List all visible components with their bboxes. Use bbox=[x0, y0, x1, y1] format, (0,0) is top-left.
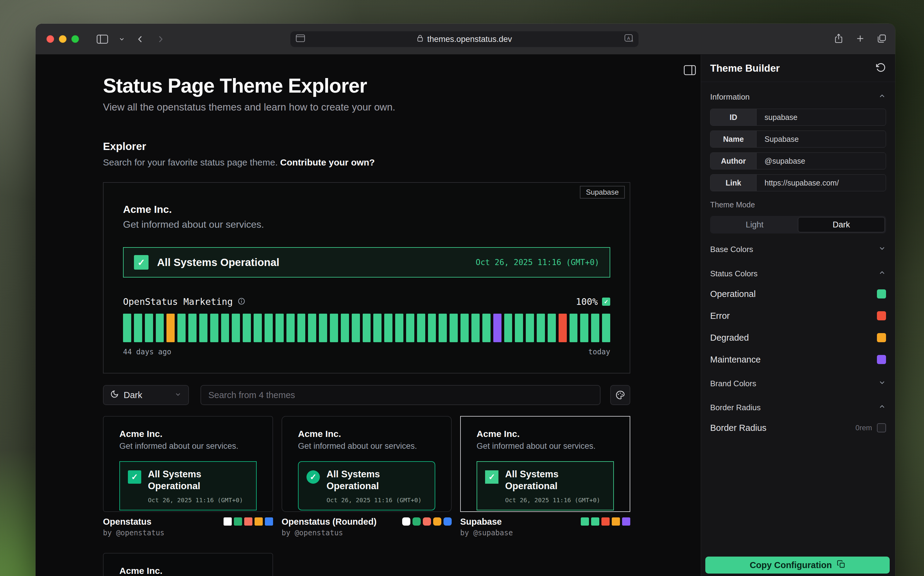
tracker-bar-operational[interactable] bbox=[526, 314, 534, 342]
field-value[interactable]: @supabase bbox=[757, 153, 805, 169]
tracker-bar-operational[interactable] bbox=[123, 314, 131, 342]
tracker-bar-operational[interactable] bbox=[232, 314, 240, 342]
tracker-bar-operational[interactable] bbox=[254, 314, 262, 342]
tracker-bar-operational[interactable] bbox=[319, 314, 327, 342]
tracker-bar-operational[interactable] bbox=[275, 314, 284, 342]
tracker-bar-operational[interactable] bbox=[461, 314, 469, 342]
tracker-bar-operational[interactable] bbox=[156, 314, 164, 342]
tracker-bar-operational[interactable] bbox=[199, 314, 207, 342]
back-icon[interactable] bbox=[136, 34, 145, 44]
chevron-down-icon[interactable] bbox=[119, 36, 125, 43]
tracker-bar-operational[interactable] bbox=[591, 314, 599, 342]
tracker-bar-operational[interactable] bbox=[352, 314, 360, 342]
tracker-bar-operational[interactable] bbox=[373, 314, 381, 342]
color-picker-swatch[interactable] bbox=[877, 355, 886, 364]
tracker-bar-degraded[interactable] bbox=[167, 314, 175, 342]
theme-author: by @openstatus bbox=[282, 529, 376, 537]
tracker-bar-operational[interactable] bbox=[471, 314, 480, 342]
field-label: Name bbox=[711, 131, 757, 147]
tracker-bar-operational[interactable] bbox=[504, 314, 512, 342]
tracker-bar-operational[interactable] bbox=[210, 314, 218, 342]
reset-icon[interactable] bbox=[876, 62, 886, 74]
card-subtitle: Get informed about our services. bbox=[119, 442, 257, 451]
share-icon[interactable] bbox=[834, 34, 844, 45]
copy-configuration-button[interactable]: Copy Configuration bbox=[705, 557, 890, 574]
status-banner: ✓ All Systems Operational Oct 26, 2025 1… bbox=[123, 247, 610, 278]
tracker-bar-operational[interactable] bbox=[264, 314, 273, 342]
chevron-up-icon bbox=[878, 92, 886, 102]
tracker-bar-operational[interactable] bbox=[341, 314, 349, 342]
tracker-bar-operational[interactable] bbox=[363, 314, 371, 342]
theme-card-supabase[interactable]: Acme Inc. Get informed about our service… bbox=[460, 416, 630, 512]
tracker-bar-operational[interactable] bbox=[428, 314, 436, 342]
section-border-radius[interactable]: Border Radius bbox=[710, 398, 886, 417]
color-picker-swatch[interactable] bbox=[877, 290, 886, 298]
tracker-bar-operational[interactable] bbox=[188, 314, 197, 342]
minimize-button[interactable] bbox=[59, 35, 67, 43]
tracker-bar-operational[interactable] bbox=[602, 314, 610, 342]
section-base-colors[interactable]: Base Colors bbox=[710, 240, 886, 259]
tracker-bar-operational[interactable] bbox=[417, 314, 425, 342]
color-picker-swatch[interactable] bbox=[877, 333, 886, 342]
theme-item-supabase: Acme Inc. Get informed about our service… bbox=[460, 416, 630, 537]
theme-mode-dark[interactable]: Dark bbox=[798, 217, 885, 232]
tracker-bar-operational[interactable] bbox=[330, 314, 338, 342]
new-tab-icon[interactable] bbox=[856, 34, 865, 44]
tracker-bar-operational[interactable] bbox=[308, 314, 316, 342]
sidebar-toggle-icon[interactable] bbox=[97, 35, 108, 44]
theme-card-openstatus[interactable]: Acme Inc. Get informed about our service… bbox=[103, 416, 273, 512]
tracker-bar-operational[interactable] bbox=[297, 314, 306, 342]
tracker-bar-operational[interactable] bbox=[178, 314, 186, 342]
tab-overview-icon[interactable] bbox=[877, 34, 887, 45]
tracker-bar-operational[interactable] bbox=[287, 314, 295, 342]
theme-mode-dropdown[interactable]: Dark bbox=[103, 385, 189, 405]
url-text[interactable]: themes.openstatus.dev bbox=[427, 35, 512, 44]
tracker-bar-operational[interactable] bbox=[580, 314, 588, 342]
tracker-bar-operational[interactable] bbox=[395, 314, 404, 342]
address-bar[interactable]: themes.openstatus.dev Ax bbox=[290, 31, 639, 47]
page-settings-icon[interactable] bbox=[296, 34, 305, 44]
section-status-colors[interactable]: Status Colors bbox=[710, 264, 886, 283]
color-swatch bbox=[255, 517, 263, 526]
tracker-bar-operational[interactable] bbox=[243, 314, 251, 342]
color-picker-swatch[interactable] bbox=[877, 311, 886, 320]
status-label: All Systems Operational bbox=[157, 256, 279, 269]
panel-right-toggle-icon[interactable] bbox=[684, 65, 696, 77]
translate-icon[interactable]: Ax bbox=[625, 34, 635, 45]
border-radius-swatch[interactable] bbox=[877, 423, 886, 432]
theme-mode-light[interactable]: Light bbox=[711, 217, 798, 232]
zoom-button[interactable] bbox=[71, 35, 79, 43]
tracker-bar-operational[interactable] bbox=[570, 314, 578, 342]
section-brand-colors[interactable]: Brand Colors bbox=[710, 374, 886, 393]
tracker-bar-operational[interactable] bbox=[548, 314, 556, 342]
field-value[interactable]: Supabase bbox=[757, 131, 799, 147]
svg-text:x: x bbox=[631, 39, 633, 43]
search-input[interactable] bbox=[208, 390, 593, 400]
border-radius-value: 0rem bbox=[855, 424, 872, 432]
tracker-bar-operational[interactable] bbox=[439, 314, 447, 342]
tracker-bar-error[interactable] bbox=[559, 314, 567, 342]
tracker-bar-operational[interactable] bbox=[221, 314, 229, 342]
tracker-bar-operational[interactable] bbox=[537, 314, 545, 342]
theme-card-openstatus-rounded[interactable]: Acme Inc. Get informed about our service… bbox=[282, 416, 452, 512]
field-value[interactable]: https://supabase.com/ bbox=[757, 174, 839, 191]
info-icon[interactable] bbox=[237, 297, 245, 306]
close-button[interactable] bbox=[46, 35, 54, 43]
theme-card-partial[interactable]: Acme Inc. Get informed about our service… bbox=[103, 553, 273, 576]
theme-builder-sidebar: Theme Builder Information ID supabase bbox=[701, 54, 895, 576]
explorer-heading: Explorer bbox=[103, 140, 630, 152]
tracker-end-label: today bbox=[588, 348, 610, 356]
forward-icon[interactable] bbox=[155, 34, 165, 44]
palette-button[interactable] bbox=[610, 385, 630, 405]
field-value[interactable]: supabase bbox=[757, 109, 797, 125]
contribute-link[interactable]: Contribute your own? bbox=[280, 157, 375, 167]
tracker-bar-operational[interactable] bbox=[515, 314, 523, 342]
tracker-bar-operational[interactable] bbox=[384, 314, 392, 342]
tracker-bar-operational[interactable] bbox=[145, 314, 153, 342]
section-information[interactable]: Information bbox=[710, 88, 886, 106]
tracker-bar-maintenance[interactable] bbox=[493, 314, 501, 342]
tracker-bar-operational[interactable] bbox=[406, 314, 414, 342]
tracker-bar-operational[interactable] bbox=[482, 314, 490, 342]
tracker-bar-operational[interactable] bbox=[450, 314, 458, 342]
tracker-bar-operational[interactable] bbox=[134, 314, 142, 342]
